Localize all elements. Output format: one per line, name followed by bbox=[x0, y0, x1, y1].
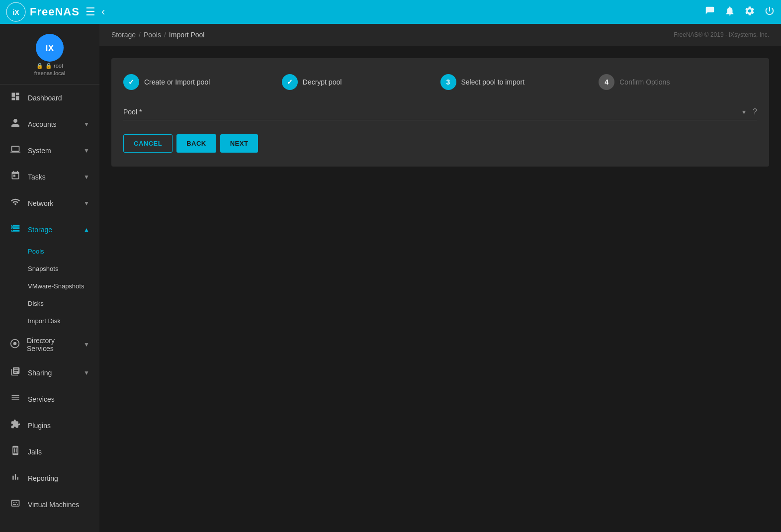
sharing-icon bbox=[10, 366, 21, 379]
wizard-steps: ✓ Create or Import pool ✓ Decrypt pool 3… bbox=[123, 74, 757, 90]
dashboard-icon bbox=[10, 91, 21, 104]
sharing-arrow: ▼ bbox=[84, 369, 89, 376]
notes-icon[interactable] bbox=[704, 5, 715, 19]
directory-services-icon bbox=[10, 339, 20, 351]
sidebar-label-virtual-machines: Virtual Machines bbox=[28, 501, 79, 509]
back-icon[interactable]: ‹ bbox=[101, 5, 105, 18]
sidebar-nav: Dashboard Accounts ▼ System ▼ bbox=[0, 85, 99, 532]
copyright: FreeNAS® © 2019 - iXsystems, Inc. bbox=[674, 31, 769, 38]
sidebar-item-system[interactable]: System ▼ bbox=[0, 137, 99, 164]
reporting-icon bbox=[10, 472, 21, 484]
step-4-label: Confirm Options bbox=[619, 78, 670, 86]
sidebar-label-accounts: Accounts bbox=[28, 120, 57, 128]
profile-lock: 🔒 🔒 root bbox=[36, 63, 63, 69]
sidebar-item-plugins[interactable]: Plugins bbox=[0, 412, 99, 439]
tasks-arrow: ▼ bbox=[84, 174, 89, 180]
app-title: FreeNAS bbox=[30, 5, 80, 18]
sidebar-label-storage: Storage bbox=[28, 226, 52, 234]
sidebar-subitem-import-disk[interactable]: Import Disk bbox=[0, 312, 99, 330]
breadcrumb-import-pool: Import Pool bbox=[169, 31, 205, 39]
sidebar-subitem-snapshots[interactable]: Snapshots bbox=[0, 260, 99, 277]
page-content: ✓ Create or Import pool ✓ Decrypt pool 3… bbox=[99, 46, 781, 532]
wizard-step-4: 4 Confirm Options bbox=[599, 74, 757, 90]
step-1-circle: ✓ bbox=[123, 74, 139, 90]
sidebar-item-storage[interactable]: Storage ▲ bbox=[0, 216, 99, 243]
sidebar-label-services: Services bbox=[28, 395, 55, 403]
sidebar-label-sharing: Sharing bbox=[28, 369, 52, 377]
disks-label: Disks bbox=[28, 300, 44, 307]
avatar: iX bbox=[36, 34, 64, 62]
accounts-arrow: ▼ bbox=[84, 121, 89, 128]
sidebar-item-services[interactable]: Services bbox=[0, 386, 99, 412]
wizard-step-1: ✓ Create or Import pool bbox=[123, 74, 282, 90]
sidebar-item-reporting[interactable]: Reporting bbox=[0, 465, 99, 491]
sidebar-item-virtual-machines[interactable]: Virtual Machines bbox=[0, 491, 99, 518]
help-icon[interactable]: ? bbox=[753, 107, 757, 116]
sidebar-subitem-vmware-snapshots[interactable]: VMware-Snapshots bbox=[0, 277, 99, 295]
sidebar-item-directory-services[interactable]: Directory Services ▼ bbox=[0, 330, 99, 359]
sidebar-label-plugins: Plugins bbox=[28, 422, 51, 430]
sidebar-label-system: System bbox=[28, 147, 51, 155]
svg-text:iX: iX bbox=[12, 8, 19, 16]
sidebar-item-tasks[interactable]: Tasks ▼ bbox=[0, 164, 99, 190]
sidebar-subitem-disks[interactable]: Disks bbox=[0, 295, 99, 312]
sidebar-item-dashboard[interactable]: Dashboard bbox=[0, 85, 99, 111]
breadcrumb-storage[interactable]: Storage bbox=[111, 31, 136, 39]
virtual-machines-icon bbox=[10, 498, 21, 511]
sidebar-item-network[interactable]: Network ▼ bbox=[0, 190, 99, 216]
next-button[interactable]: NEXT bbox=[220, 134, 259, 153]
freenas-logo: iX bbox=[6, 2, 26, 22]
topbar: iX FreeNAS ☰ ‹ bbox=[0, 0, 781, 24]
step-2-label: Decrypt pool bbox=[303, 78, 342, 86]
breadcrumb-sep-1: / bbox=[139, 31, 141, 39]
pool-select-wrapper: ▾ bbox=[147, 106, 748, 118]
pools-label: Pools bbox=[28, 248, 44, 255]
breadcrumb-sep-2: / bbox=[164, 31, 166, 39]
step-1-label: Create or Import pool bbox=[144, 78, 210, 86]
logo-area: iX FreeNAS bbox=[6, 2, 80, 22]
wizard-step-3: 3 Select pool to import bbox=[440, 74, 599, 90]
menu-icon[interactable]: ☰ bbox=[86, 5, 95, 18]
pool-label: Pool * bbox=[123, 108, 142, 116]
pool-select[interactable] bbox=[147, 106, 748, 118]
accounts-icon bbox=[10, 118, 21, 130]
back-button[interactable]: BACK bbox=[176, 134, 216, 153]
breadcrumb-pools[interactable]: Pools bbox=[144, 31, 161, 39]
sidebar-label-dashboard: Dashboard bbox=[28, 94, 62, 102]
sidebar-label-jails: Jails bbox=[28, 448, 42, 456]
wizard-card: ✓ Create or Import pool ✓ Decrypt pool 3… bbox=[111, 58, 769, 167]
jails-icon bbox=[10, 445, 21, 458]
profile-host: freenas.local bbox=[34, 70, 65, 76]
sidebar: iX 🔒 🔒 root freenas.local Dashboard bbox=[0, 24, 99, 532]
sidebar-subitem-pools[interactable]: Pools bbox=[0, 243, 99, 260]
topbar-left: iX FreeNAS ☰ ‹ bbox=[6, 2, 105, 22]
storage-icon bbox=[10, 223, 21, 236]
vmware-snapshots-label: VMware-Snapshots bbox=[28, 282, 84, 290]
sidebar-item-jails[interactable]: Jails bbox=[0, 439, 99, 465]
plugins-icon bbox=[10, 419, 21, 432]
topbar-actions bbox=[704, 5, 775, 19]
cancel-button[interactable]: CANCEL bbox=[123, 134, 173, 153]
sidebar-label-tasks: Tasks bbox=[28, 173, 46, 181]
sidebar-item-sharing[interactable]: Sharing ▼ bbox=[0, 359, 99, 386]
bell-icon[interactable] bbox=[724, 5, 735, 19]
breadcrumb-bar: Storage / Pools / Import Pool FreeNAS® ©… bbox=[99, 24, 781, 46]
sidebar-label-network: Network bbox=[28, 199, 53, 207]
sidebar-profile: iX 🔒 🔒 root freenas.local bbox=[0, 24, 99, 85]
sidebar-item-accounts[interactable]: Accounts ▼ bbox=[0, 111, 99, 137]
network-icon bbox=[10, 197, 21, 209]
services-icon bbox=[10, 393, 21, 405]
sidebar-label-reporting: Reporting bbox=[28, 474, 58, 482]
breadcrumb: Storage / Pools / Import Pool bbox=[111, 31, 204, 39]
sidebar-label-directory-services: Directory Services bbox=[27, 337, 77, 353]
system-arrow: ▼ bbox=[84, 147, 89, 154]
step-3-circle: 3 bbox=[440, 74, 456, 90]
gear-icon[interactable] bbox=[744, 5, 755, 19]
pool-form-row: Pool * ▾ ? bbox=[123, 106, 757, 120]
power-icon[interactable] bbox=[764, 5, 775, 19]
system-icon bbox=[10, 144, 21, 157]
svg-point-5 bbox=[13, 342, 17, 345]
import-disk-label: Import Disk bbox=[28, 317, 61, 325]
snapshots-label: Snapshots bbox=[28, 265, 58, 272]
step-2-circle: ✓ bbox=[282, 74, 298, 90]
